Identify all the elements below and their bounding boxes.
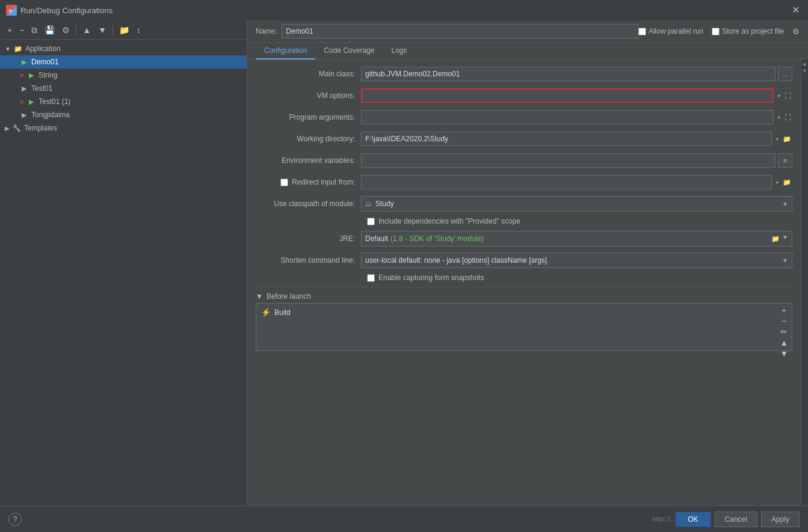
jre-dropdown[interactable]: Default (1.8 - SDK of 'Study' module) 📁 … <box>361 231 792 246</box>
ok-button[interactable]: OK <box>675 512 711 527</box>
tree-item-label: Test01 <box>31 84 52 93</box>
tree-item-label: Tongjidaima <box>31 111 70 119</box>
before-launch-area: ⚡ Build <box>256 303 792 351</box>
move-up-button[interactable]: ▲ <box>80 25 93 35</box>
scroll-down-icon[interactable]: ▼ <box>802 68 807 74</box>
move-down-button[interactable]: ▼ <box>96 25 109 35</box>
error-icon: ✕ <box>19 99 24 105</box>
working-dir-input[interactable] <box>361 132 772 146</box>
main-class-control: ... <box>361 67 792 81</box>
capture-checkbox[interactable] <box>367 274 375 282</box>
name-input[interactable] <box>282 24 638 38</box>
tab-configuration[interactable]: Configuration <box>256 43 315 60</box>
main-content: + − ⧉ 💾 ⚙ ▲ ▼ 📁 ↕ ▼ 📁 Application <box>0 20 808 506</box>
allow-parallel-checkbox[interactable] <box>638 28 646 35</box>
apply-button[interactable]: Apply <box>761 512 800 527</box>
config-scroll: Main class: ... VM options: <box>247 60 801 506</box>
shorten-dropdown[interactable]: user-local default: none - java [options… <box>361 252 792 268</box>
vm-options-label: VM options: <box>256 91 361 100</box>
bl-up-button[interactable]: ▲ <box>778 338 790 347</box>
remove-button[interactable]: − <box>17 25 26 35</box>
before-launch-arrow: ▼ <box>256 292 263 301</box>
tree-item-demo01[interactable]: ▶ Demo01 <box>0 55 247 69</box>
allow-parallel-label[interactable]: Allow parallel run <box>638 27 703 35</box>
working-dir-add-button[interactable]: + <box>774 134 780 144</box>
env-vars-edit-button[interactable]: ≡ <box>778 153 792 168</box>
classpath-control: 🗂 Study ▼ <box>361 196 792 212</box>
tree-application-group[interactable]: ▼ 📁 Application <box>0 42 247 55</box>
expand-arrow-icon: ▼ <box>5 46 11 52</box>
name-options-row: Name: Allow parallel run Store as projec… <box>247 20 808 43</box>
main-class-input[interactable] <box>361 67 776 81</box>
program-args-input[interactable] <box>361 110 774 124</box>
shorten-row: Shorten command line: user-local default… <box>256 252 792 269</box>
gear-button[interactable]: ⚙ <box>792 27 800 36</box>
right-scrollbar[interactable]: ▲ ▼ <box>801 60 808 506</box>
redirect-add-button[interactable]: + <box>774 177 780 188</box>
scroll-up-icon[interactable]: ▲ <box>802 61 807 67</box>
right-panel: Name: Allow parallel run Store as projec… <box>247 20 808 506</box>
redirect-input-checkbox[interactable] <box>280 179 288 186</box>
add-button[interactable]: + <box>5 25 14 35</box>
working-dir-control: + 📁 <box>361 132 792 146</box>
copy-button[interactable]: ⧉ <box>29 25 40 35</box>
capture-row: Enable capturing form snapshots <box>256 274 792 282</box>
store-project-checkbox[interactable] <box>712 28 720 35</box>
vm-options-expand-button[interactable]: ⛶ <box>783 91 792 100</box>
bl-add-button[interactable]: + <box>778 305 790 315</box>
app-icon: ▶ <box>6 5 17 16</box>
folder-button[interactable]: 📁 <box>117 25 132 35</box>
vm-options-row: VM options: + ⛶ <box>256 87 792 104</box>
tree-item-label: Test01 (1) <box>39 97 70 106</box>
close-button[interactable]: ✕ <box>789 4 802 16</box>
program-args-add-button[interactable]: + <box>776 112 782 122</box>
tree-item-test01-1[interactable]: ✕ ▶ Test01 (1) <box>0 95 247 108</box>
redirect-input-input[interactable] <box>361 175 772 189</box>
tree-item-label: String <box>39 71 57 79</box>
main-class-browse-button[interactable]: ... <box>778 67 792 81</box>
tree-item-string[interactable]: ✕ ▶ String <box>0 69 247 82</box>
tab-logs[interactable]: Logs <box>383 43 415 60</box>
working-dir-browse-button[interactable]: 📁 <box>782 134 792 144</box>
before-launch-label: Before launch <box>267 292 311 301</box>
include-deps-checkbox[interactable] <box>367 218 375 225</box>
jre-default-value: Default <box>365 234 388 243</box>
before-launch-section[interactable]: ▼ Before launch <box>256 287 792 303</box>
before-launch-build-item[interactable]: ⚡ Build <box>259 306 789 319</box>
jre-browse-button[interactable]: 📁 <box>770 234 781 244</box>
sort-button[interactable]: ↕ <box>134 25 143 35</box>
store-project-label[interactable]: Store as project file <box>712 27 784 35</box>
bl-down-button[interactable]: ▼ <box>778 349 790 357</box>
classpath-dropdown[interactable]: 🗂 Study ▼ <box>361 196 792 212</box>
title-bar: ▶ Run/Debug Configurations ✕ <box>0 0 808 20</box>
env-vars-row: Environment variables: ≡ <box>256 152 792 169</box>
env-vars-input[interactable] <box>361 153 776 168</box>
tree-templates-group[interactable]: ▶ 🔧 Templates <box>0 121 247 135</box>
program-args-expand-button[interactable]: ⛶ <box>783 112 792 122</box>
include-deps-label: Include dependencies with "Provided" sco… <box>378 217 520 225</box>
bl-edit-button[interactable]: ✏ <box>778 327 790 337</box>
tab-code-coverage[interactable]: Code Coverage <box>315 43 383 60</box>
settings-button[interactable]: ⚙ <box>60 25 72 35</box>
application-label: Application <box>25 44 61 53</box>
tree-item-tongjidaima[interactable]: ▶ Tongjidaima <box>0 108 247 121</box>
env-vars-control: ≡ <box>361 153 792 168</box>
redirect-input-row: Redirect input from: + 📁 <box>256 174 792 191</box>
right-panel-inner: Main class: ... VM options: <box>247 60 808 506</box>
tree-item-test01[interactable]: ▶ Test01 <box>0 82 247 95</box>
run-config-icon: ▶ <box>19 110 29 120</box>
config-area: Main class: ... VM options: <box>247 60 801 357</box>
vm-options-add-button[interactable]: + <box>776 91 782 100</box>
redirect-browse-button[interactable]: 📁 <box>782 177 792 188</box>
url-text: https://... <box>652 516 675 522</box>
bl-remove-button[interactable]: − <box>778 316 790 326</box>
env-vars-label: Environment variables: <box>256 156 361 165</box>
run-config-icon: ▶ <box>19 84 29 93</box>
vm-options-input[interactable] <box>361 88 774 103</box>
save-button[interactable]: 💾 <box>42 25 57 35</box>
help-button[interactable]: ? <box>8 513 22 526</box>
expand-arrow-icon: ▶ <box>5 125 10 132</box>
include-deps-row: Include dependencies with "Provided" sco… <box>256 217 792 225</box>
title-bar-left: ▶ Run/Debug Configurations <box>6 5 113 16</box>
cancel-button[interactable]: Cancel <box>715 512 757 527</box>
